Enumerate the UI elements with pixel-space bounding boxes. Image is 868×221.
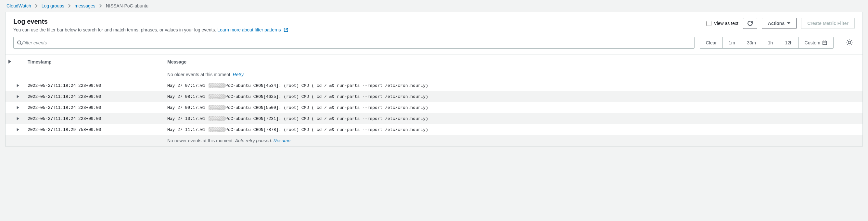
- calendar-icon: [822, 40, 827, 45]
- log-row[interactable]: 2022-05-27T11:18:24.223+09:00 May 27 08:…: [5, 91, 863, 102]
- resume-link[interactable]: Resume: [274, 138, 290, 143]
- caret-right-icon: [17, 117, 19, 120]
- time-1m-button[interactable]: 1m: [723, 37, 741, 48]
- view-as-text-label: View as text: [714, 21, 738, 26]
- caret-down-icon: [787, 22, 790, 24]
- time-clear-button[interactable]: Clear: [700, 37, 723, 48]
- time-custom-label: Custom: [805, 40, 820, 45]
- breadcrumb-current: NISSAN-PoC-ubuntu: [106, 3, 149, 8]
- settings-button[interactable]: [844, 37, 855, 49]
- refresh-button[interactable]: [743, 18, 757, 29]
- breadcrumb-link-messages[interactable]: messages: [75, 3, 95, 8]
- breadcrumb-link-log-groups[interactable]: Log groups: [41, 3, 64, 8]
- expand-toggle[interactable]: [8, 84, 28, 87]
- actions-label: Actions: [768, 21, 784, 26]
- view-as-text-checkbox[interactable]: [706, 21, 711, 26]
- caret-right-icon: [8, 60, 11, 64]
- redacted-host: [209, 94, 225, 99]
- caret-right-icon: [17, 84, 19, 87]
- svg-rect-1: [823, 41, 827, 45]
- log-row[interactable]: 2022-05-27T11:18:24.223+09:00 May 27 10:…: [5, 113, 863, 124]
- page-title: Log events: [13, 18, 288, 25]
- caret-right-icon: [17, 128, 19, 131]
- expand-toggle[interactable]: [8, 128, 28, 131]
- message-col-head[interactable]: Message: [167, 59, 855, 65]
- external-link-icon: [284, 28, 288, 32]
- filter-row: Clear 1m 30m 1h 12h Custom: [5, 37, 863, 54]
- divider: [839, 38, 839, 47]
- time-range-group: Clear 1m 30m 1h 12h Custom: [700, 37, 834, 49]
- log-row[interactable]: 2022-05-27T11:18:24.223+09:00 May 27 09:…: [5, 102, 863, 113]
- no-older-text: No older events at this moment.: [167, 72, 233, 77]
- timestamp-cell: 2022-05-27T11:18:24.223+09:00: [28, 94, 167, 99]
- caret-right-icon: [17, 106, 19, 109]
- message-cell: May 27 11:17:01 PoC-ubuntu CRON[7878]: (…: [167, 127, 855, 132]
- breadcrumb: CloudWatch Log groups messages NISSAN-Po…: [0, 0, 868, 12]
- time-12h-button[interactable]: 12h: [779, 37, 799, 48]
- caret-right-icon: [17, 95, 19, 98]
- message-cell: May 27 09:17:01 PoC-ubuntu CRON[5509]: (…: [167, 105, 855, 110]
- table-body: No older events at this moment. Retry 20…: [5, 69, 863, 146]
- learn-more-link[interactable]: Learn more about filter patterns: [217, 27, 288, 32]
- refresh-icon: [747, 21, 753, 26]
- log-row[interactable]: 2022-05-27T11:18:24.223+09:00 May 27 07:…: [5, 80, 863, 91]
- filter-events-input[interactable]: [22, 40, 691, 45]
- no-older-row: No older events at this moment. Retry: [5, 69, 863, 80]
- auto-retry-paused: Auto retry paused.: [235, 138, 274, 143]
- timestamp-col-head[interactable]: Timestamp: [28, 59, 167, 65]
- actions-button[interactable]: Actions: [762, 18, 797, 29]
- panel-header: Log events You can use the filter bar be…: [5, 12, 863, 37]
- subtitle-text: You can use the filter bar below to sear…: [13, 27, 217, 32]
- timestamp-cell: 2022-05-27T11:18:29.758+09:00: [28, 127, 167, 132]
- search-icon: [17, 40, 22, 45]
- log-events-panel: Log events You can use the filter bar be…: [5, 12, 863, 146]
- table-header: Timestamp Message: [5, 55, 863, 69]
- chevron-right-icon: [35, 4, 38, 8]
- gear-icon: [846, 39, 853, 46]
- timestamp-cell: 2022-05-27T11:18:24.223+09:00: [28, 83, 167, 88]
- expand-col-head[interactable]: [8, 59, 28, 65]
- no-newer-row: No newer events at this moment. Auto ret…: [5, 135, 863, 146]
- message-cell: May 27 07:17:01 PoC-ubuntu CRON[4534]: (…: [167, 83, 855, 88]
- timestamp-cell: 2022-05-27T11:18:24.223+09:00: [28, 105, 167, 110]
- expand-toggle[interactable]: [8, 106, 28, 109]
- view-as-text-toggle[interactable]: View as text: [706, 21, 738, 26]
- time-30m-button[interactable]: 30m: [741, 37, 762, 48]
- expand-toggle[interactable]: [8, 95, 28, 98]
- panel-title-block: Log events You can use the filter bar be…: [13, 18, 288, 32]
- learn-more-label: Learn more about filter patterns: [217, 27, 281, 32]
- create-metric-filter-button[interactable]: Create Metric Filter: [801, 18, 855, 29]
- time-custom-button[interactable]: Custom: [799, 37, 833, 48]
- log-row[interactable]: 2022-05-27T11:18:29.758+09:00 May 27 11:…: [5, 124, 863, 135]
- time-1h-button[interactable]: 1h: [762, 37, 779, 48]
- page-subtitle: You can use the filter bar below to sear…: [13, 27, 288, 32]
- chevron-right-icon: [99, 4, 102, 8]
- header-actions: View as text Actions Create Metric Filte…: [706, 18, 855, 29]
- expand-toggle[interactable]: [8, 117, 28, 120]
- chevron-right-icon: [68, 4, 71, 8]
- breadcrumb-link-cloudwatch[interactable]: CloudWatch: [6, 3, 31, 8]
- redacted-host: [209, 83, 225, 88]
- no-newer-text: No newer events at this moment.: [167, 138, 235, 143]
- message-cell: May 27 08:17:01 PoC-ubuntu CRON[4625]: (…: [167, 94, 855, 99]
- redacted-host: [209, 127, 225, 132]
- log-table: Timestamp Message No older events at thi…: [5, 54, 863, 146]
- timestamp-cell: 2022-05-27T11:18:24.223+09:00: [28, 116, 167, 121]
- svg-point-0: [18, 41, 21, 44]
- retry-link[interactable]: Retry: [233, 72, 244, 77]
- search-wrap[interactable]: [13, 37, 694, 49]
- redacted-host: [209, 116, 225, 121]
- message-cell: May 27 10:17:01 PoC-ubuntu CRON[7231]: (…: [167, 116, 855, 121]
- redacted-host: [209, 105, 225, 110]
